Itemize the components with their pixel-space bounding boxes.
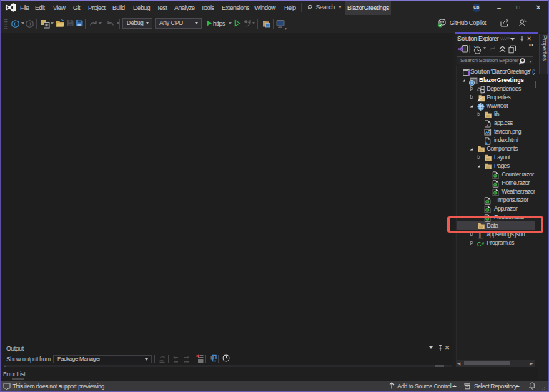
svg-text:#: # [481,241,484,246]
svg-text:{}: {} [478,233,482,238]
